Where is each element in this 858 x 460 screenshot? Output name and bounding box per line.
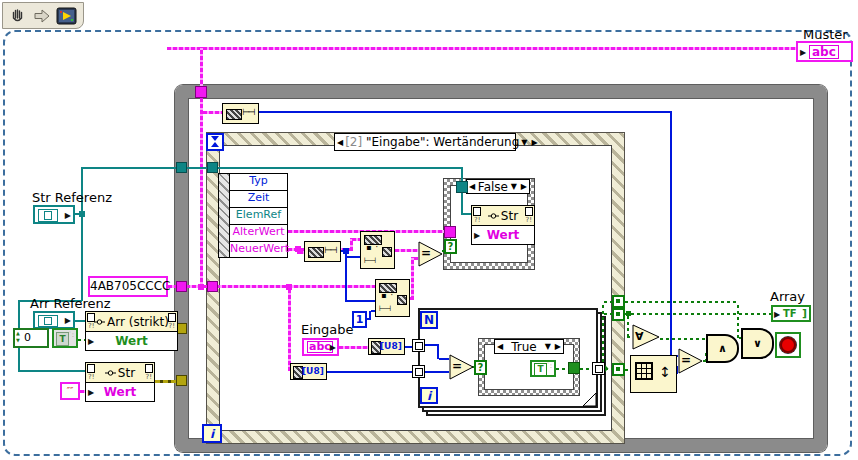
wire-t2-in [604,313,612,315]
prev-case-icon[interactable]: ◀ [467,182,477,191]
control-out-icon: ▶ [65,316,71,325]
ruler-icon: ⊢⊣ [324,245,336,255]
prev-case-icon[interactable]: ◀ [495,342,505,351]
string-subset-node-2[interactable]: ▪˙· ⊢⊣ [375,279,410,317]
refnum-page-inner-icon [44,317,52,325]
eingabe-terminal[interactable]: abc ▶ [302,338,339,356]
event-data-item[interactable]: ElemRef [230,208,287,225]
wire-true-const [556,368,568,370]
prev-event-icon[interactable]: ◀ [335,138,345,147]
labview-block-diagram: ◀ True ▼ ▶ ◀ False ▼ ▶ ◀ [2] "Eingabe": … [0,0,858,460]
event-timeout-terminal[interactable] [206,133,224,151]
for-iteration-terminal[interactable]: i [420,387,438,404]
equals-node-strings[interactable]: = [418,241,443,267]
str-referenz-terminal[interactable]: ▶ [33,205,75,224]
next-case-icon[interactable]: ▶ [553,342,563,351]
wire-one-up [369,311,371,320]
next-case-icon[interactable]: ▶ [519,182,529,191]
string-to-byte-array-node-2[interactable]: [U8] [290,363,327,380]
vi-icon[interactable] [56,6,77,26]
and-array-glyph: ∀ [635,330,644,343]
bool-array-element[interactable]: T ˙: [52,328,78,348]
string-glyph: abc [809,45,839,59]
case-dropdown-icon[interactable]: ▼ [509,182,519,191]
or-node[interactable]: ∨ [741,328,774,359]
wire-strref-branch [81,215,83,301]
dots-icon: ▪˙· [366,243,378,252]
string-length-node[interactable]: ⊢⊣ [222,103,259,124]
numeric-constant-one[interactable]: 1 [352,311,367,328]
false-case-selector-label[interactable]: ◀ False ▼ ▶ [466,179,530,194]
event-case-title: "Eingabe": Wertänderung [366,135,519,149]
stop-button-terminal[interactable] [775,332,801,358]
property-node-str-false[interactable]: ?! ?! Str ▶ Wert [471,205,535,245]
wire-t1-out [625,301,738,303]
empty-string-constant[interactable]: ″″ [60,382,80,400]
property-node-arr[interactable]: ?! ?! Arr (strikt) ▶ Wert [85,311,178,351]
and-array-elements-node[interactable]: ∀ [632,324,660,350]
equals-node-bytes[interactable]: = [449,354,474,380]
while-iteration-terminal[interactable]: i [202,424,222,443]
bool-array-glyph: TF [783,308,797,319]
array-index-box[interactable]: ▲▼ 0 [13,328,49,348]
property-name[interactable]: Wert [104,385,137,399]
event-data-item[interactable]: Zeit [230,191,287,208]
next-event-icon[interactable]: ▶ [529,138,539,147]
wire-idx1-down [437,344,439,359]
u8-glyph: [U8] [302,366,324,376]
arr-referenz-terminal[interactable]: ▶ [33,311,75,329]
event-case-selector-label[interactable]: ◀ [2] "Eingabe": Wertänderung ▼ ▶ [334,133,516,151]
tunnel-refnum-event [207,162,218,173]
wire-junction [295,246,301,252]
ref-out-icon [525,207,533,216]
true-case-selector-label[interactable]: ◀ True ▼ ▶ [494,339,564,354]
substring-icon [397,295,407,305]
for-loop-page-fold [583,393,597,407]
true-constant[interactable]: T ˙: [530,360,556,377]
event-data-item[interactable]: AlterWert [230,225,287,242]
array-size-node[interactable]: ↕ [630,355,677,393]
equals-glyph: = [421,246,431,260]
array-indicator-label: Array [770,289,805,304]
pan-hand-icon[interactable] [8,6,28,26]
tunnel-event-bool-1 [612,295,625,308]
dots-icon: ▪˙· [381,291,393,300]
for-count-terminal[interactable]: N [420,311,438,329]
event-case-number: [2] [345,135,362,149]
event-dropdown-icon[interactable]: ▼ [519,138,529,147]
index-spinner-icon[interactable]: ▲▼ [16,330,20,344]
property-node-str-left[interactable]: ?! ?! Str ▶ Wert [85,362,155,402]
pattern-string-constant[interactable]: 4AB705CCCC [88,276,168,297]
tunnel-false-case-refnum [456,181,468,193]
control-out-icon: ▶ [65,211,71,220]
property-name[interactable]: Wert [487,228,520,242]
string-subset-node-1[interactable]: ▪˙· ⊢⊣ [360,231,395,269]
positioning-arrow-icon[interactable] [32,6,52,26]
wire-or-top [737,303,739,338]
string-to-byte-array-node-1[interactable]: [U8] [368,338,405,355]
index-value[interactable]: 0 [24,331,31,344]
array-indicator-terminal[interactable]: ▶ TF ] [771,305,811,322]
wire-junction [79,211,85,217]
dots-icon: ˙: [546,362,552,370]
tunnel-true-case-out [568,362,580,374]
and-node[interactable]: ∧ [706,334,739,363]
wire-falsecase-down [461,193,463,214]
event-data-node[interactable]: Typ Zeit ElemRef AlterWert NeuerWert [218,173,288,258]
case-dropdown-icon[interactable]: ▼ [543,342,553,351]
equals-node-lengths[interactable]: = [678,348,703,374]
property-name[interactable]: Wert [115,334,148,348]
tunnel-error-str [176,375,187,386]
true-glyph: T [534,363,547,376]
case-name[interactable]: False [477,180,509,194]
string-length-node-2[interactable]: ⊢⊣ [304,241,341,262]
wire-arrref [75,320,85,322]
muster-indicator-terminal[interactable]: ▶ abc [796,41,853,62]
event-data-item[interactable]: NeuerWert [230,242,287,257]
case-name[interactable]: True [505,340,543,354]
tools-palette [2,2,84,29]
wire-case-to-forloop [580,368,592,370]
error-out-icon: ?! [525,217,532,224]
event-data-item[interactable]: Typ [230,174,287,191]
class-icon [488,212,499,220]
